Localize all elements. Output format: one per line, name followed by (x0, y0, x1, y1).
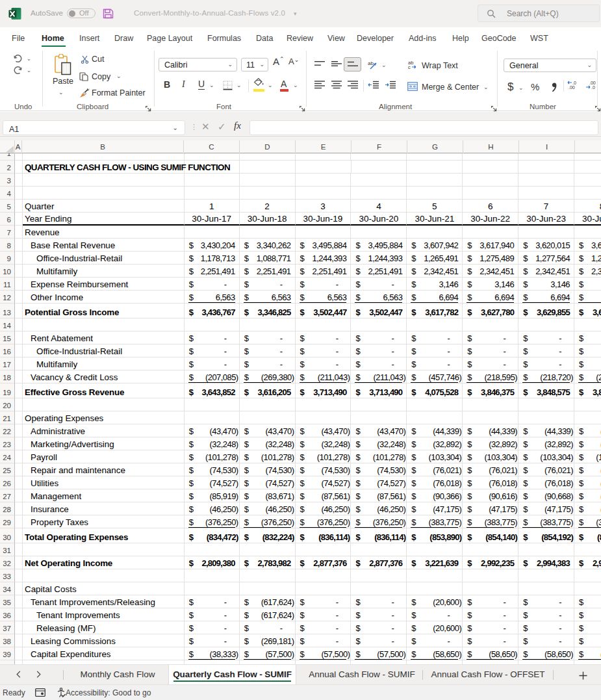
svg-text:.00: .00 (569, 85, 575, 90)
svg-text:c: c (408, 64, 411, 70)
svg-text:.00: .00 (589, 81, 596, 85)
svg-text:.0: .0 (591, 85, 595, 90)
svg-text:ab: ab (368, 60, 374, 66)
svg-text:.0: .0 (572, 81, 576, 85)
